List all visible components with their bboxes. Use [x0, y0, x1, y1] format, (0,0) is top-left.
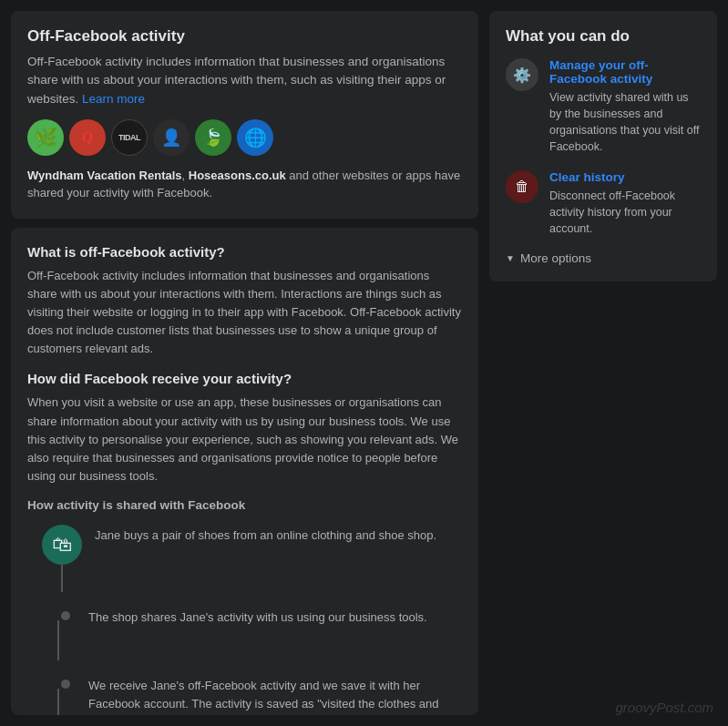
what-you-can-do-card: What you can do ⚙️ Manage your off-Faceb… [489, 11, 717, 281]
timeline-dot-3 [61, 680, 70, 689]
q-icon: Q [82, 129, 93, 146]
tidal-icon: TIDAL [118, 133, 140, 142]
manage-activity-content: Manage your off-Facebook activity View a… [549, 58, 701, 156]
timeline-item-3: We receive Jane's off-Facebook activity … [46, 675, 462, 715]
left-panel: Off-Facebook activity Off-Facebook activ… [11, 11, 478, 715]
more-options-button[interactable]: ▼ More options [506, 251, 701, 265]
logo-leaf [195, 119, 231, 156]
timeline-item-2: The shop shares Jane's activity with us … [46, 607, 462, 660]
clear-history-desc: Disconnect off-Facebook activity history… [549, 188, 701, 237]
clear-history-action[interactable]: 🗑 Clear history Disconnect off-Facebook … [506, 170, 701, 237]
more-options-label: More options [520, 251, 591, 265]
sprout-icon [35, 127, 57, 148]
manage-activity-icon: ⚙️ [506, 58, 538, 91]
info-card: What is off-Facebook activity? Off-Faceb… [11, 228, 478, 715]
manage-activity-title: Manage your off-Facebook activity [549, 58, 701, 86]
how-shared-title: How activity is shared with Facebook [27, 498, 462, 512]
learn-more-link[interactable]: Learn more [82, 92, 145, 106]
info-description-2: When you visit a website or use an app, … [27, 394, 462, 486]
activity-logos-row: Q TIDAL 👤 [27, 119, 462, 156]
timeline-text-2: The shop shares Jane's activity with us … [88, 607, 427, 627]
timeline-item-1: Jane buys a pair of shoes from an online… [42, 525, 462, 592]
right-panel: What you can do ⚙️ Manage your off-Faceb… [489, 11, 717, 715]
info-title: What is off-Facebook activity? [27, 244, 462, 260]
off-facebook-activity-card: Off-Facebook activity Off-Facebook activ… [11, 11, 478, 219]
activity-timeline: Jane buys a pair of shoes from an online… [27, 525, 462, 715]
logo-globe [237, 119, 273, 156]
clear-history-content: Clear history Disconnect off-Facebook ac… [549, 170, 701, 237]
globe-icon [244, 127, 267, 148]
info-description-1: Off-Facebook activity includes informati… [27, 267, 462, 359]
clear-history-title: Clear history [549, 170, 701, 184]
site-name-2: Hoseasons.co.uk [189, 169, 286, 182]
timeline-icon-bag [42, 525, 82, 565]
timeline-text-1: Jane buys a pair of shoes from an online… [95, 525, 436, 545]
clear-history-icon: 🗑 [506, 170, 538, 203]
off-facebook-description: Off-Facebook activity includes informati… [27, 53, 462, 108]
manage-activity-desc: View activity shared with us by the busi… [549, 89, 701, 156]
manage-activity-action[interactable]: ⚙️ Manage your off-Facebook activity Vie… [506, 58, 701, 156]
trash-icon: 🗑 [515, 179, 529, 195]
logo-q: Q [69, 119, 106, 156]
settings-icon: ⚙️ [513, 66, 531, 84]
person-icon: 👤 [161, 128, 181, 148]
site-name-1: Wyndham Vacation Rentals [27, 169, 182, 182]
bag-icon [52, 533, 72, 557]
off-facebook-title: Off-Facebook activity [27, 27, 462, 46]
right-card-title: What you can do [506, 27, 701, 46]
chevron-down-icon: ▼ [506, 253, 515, 263]
logo-tidal: TIDAL [111, 119, 148, 156]
activity-shared-text: Wyndham Vacation Rentals, Hoseasons.co.u… [27, 167, 462, 202]
logo-sprout [27, 119, 64, 156]
leaf-icon [203, 128, 223, 148]
timeline-dot-2 [61, 611, 70, 620]
timeline-text-3: We receive Jane's off-Facebook activity … [88, 675, 462, 715]
how-received-title: How did Facebook receive your activity? [27, 371, 462, 386]
logo-person: 👤 [153, 119, 190, 156]
